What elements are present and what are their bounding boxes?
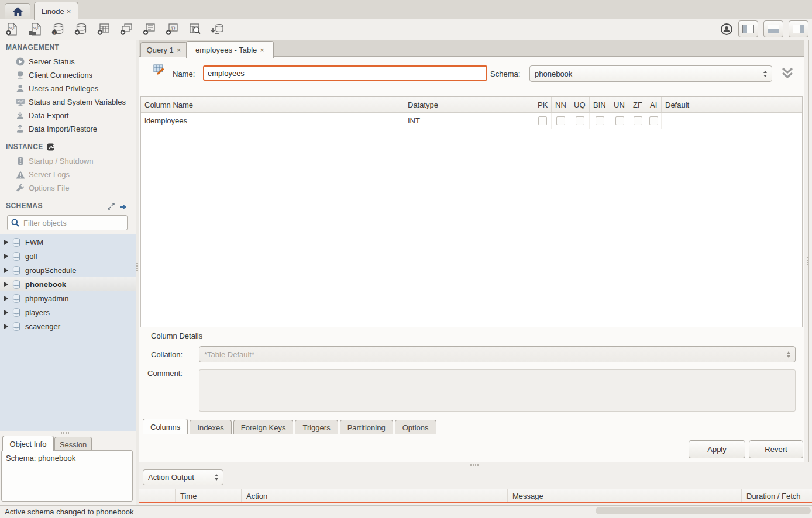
cell-uq[interactable] [570,113,590,129]
zf-checkbox[interactable] [634,116,642,125]
create-table-icon[interactable] [96,22,111,36]
expander-triangle-icon[interactable] [4,296,8,301]
table-name-input[interactable] [203,65,487,81]
close-icon[interactable]: × [67,8,71,15]
pk-checkbox[interactable] [538,116,547,125]
output-col-time[interactable]: Time [176,489,242,502]
schema-filter-input[interactable] [22,218,118,228]
sidebar-item-data-import[interactable]: Data Import/Restore [0,122,136,136]
subtab-partitioning[interactable]: Partitioning [340,420,393,434]
cell-column-name[interactable]: idemployees [141,113,404,129]
col-header-nn[interactable]: NN [552,97,570,112]
col-header-uq[interactable]: UQ [570,97,590,112]
subtab-triggers[interactable]: Triggers [295,420,338,434]
column-row-idemployees[interactable]: idemployees INT [141,113,802,129]
cell-nn[interactable] [552,113,570,129]
uq-checkbox[interactable] [576,116,584,125]
sidebar-item-options-file[interactable]: Options File [0,181,136,195]
sidebar-item-server-status[interactable]: Server Status [0,55,136,68]
schema-row-phpmyadmin[interactable]: phpmyadmin [0,291,136,305]
bin-checkbox[interactable] [596,116,604,125]
col-header-un[interactable]: UN [610,97,629,112]
expand-form-chevron-icon[interactable] [780,67,794,80]
splitter-grip[interactable] [807,257,808,265]
sidebar-panel-splitter[interactable] [61,432,70,434]
schema-row-golf[interactable]: golf [0,249,136,263]
expander-triangle-icon[interactable] [4,240,8,245]
subtab-foreign-keys[interactable]: Foreign Keys [233,420,294,434]
expand-schemas-icon[interactable] [108,203,115,210]
col-header-datatype[interactable]: Datatype [404,97,534,112]
open-sql-script-icon[interactable]: SQL [27,22,43,36]
subtab-columns[interactable]: Columns [143,419,188,434]
create-function-icon[interactable]: f() [164,22,180,36]
schema-row-fwm[interactable]: FWM [0,235,136,249]
output-selection-highlight [139,502,812,503]
col-header-default[interactable]: Default [662,97,802,112]
subtab-options[interactable]: Options [395,420,436,434]
output-type-select[interactable]: Action Output [143,469,223,485]
output-col-duration[interactable]: Duration / Fetch [742,489,812,502]
tab-query-1[interactable]: Query 1 × [140,42,187,57]
col-header-zf[interactable]: ZF [629,97,646,112]
subtab-indexes[interactable]: Indexes [190,420,232,434]
sidebar-item-data-export[interactable]: Data Export [0,109,136,122]
output-col-message[interactable]: Message [508,489,742,502]
cell-ai[interactable] [646,113,662,129]
expander-triangle-icon[interactable] [4,254,8,259]
ai-checkbox[interactable] [649,116,658,125]
col-header-ai[interactable]: AI [646,97,662,112]
col-header-bin[interactable]: BIN [590,97,610,112]
sidebar-item-users-privileges[interactable]: Users and Privileges [0,82,136,95]
expander-triangle-icon[interactable] [4,282,8,287]
sidebar-item-server-logs[interactable]: Server Logs [0,168,136,181]
cell-bin[interactable] [590,113,610,129]
create-routine-icon[interactable] [142,22,157,36]
close-icon[interactable]: × [260,46,264,54]
toggle-bottom-panel-icon[interactable] [763,20,783,37]
output-splitter-grip[interactable] [470,464,480,466]
tab-session[interactable]: Session [54,437,92,451]
expander-triangle-icon[interactable] [4,310,8,315]
output-col-action[interactable]: Action [242,489,508,502]
home-tab[interactable] [5,3,30,19]
new-sql-tab-icon[interactable]: SQL [5,22,20,36]
create-schema-icon[interactable] [73,22,88,36]
col-header-column-name[interactable]: Column Name [141,97,404,112]
close-icon[interactable]: × [177,46,181,54]
toggle-right-sidebar-icon[interactable] [789,20,808,37]
cell-un[interactable] [610,113,629,129]
create-view-icon[interactable] [119,22,134,36]
schema-row-players[interactable]: players [0,305,136,319]
cell-pk[interactable] [534,113,552,129]
sidebar-item-startup-shutdown[interactable]: Startup / Shutdown [0,154,136,168]
cell-default[interactable] [662,113,802,129]
cell-datatype[interactable]: INT [404,113,534,129]
apply-button[interactable]: Apply [689,440,745,458]
connection-tab-linode[interactable]: Linode × [34,2,78,20]
expander-triangle-icon[interactable] [4,324,8,329]
schema-filter[interactable] [7,215,128,230]
search-table-data-icon[interactable] [187,22,202,36]
tab-object-info[interactable]: Object Info [2,436,54,451]
nn-checkbox[interactable] [556,116,565,125]
horizontal-scrollbar-thumb[interactable] [596,507,811,514]
sidebar-item-status-system-variables[interactable]: Status and System Variables [0,95,136,109]
reconnect-dbms-icon[interactable] [210,22,225,36]
toggle-left-sidebar-icon[interactable] [738,20,758,37]
schema-row-phonebook-selected[interactable]: phonebook [0,277,136,291]
col-header-pk[interactable]: PK [534,97,552,112]
right-panel-rail[interactable] [804,40,812,462]
revert-button[interactable]: Revert [749,440,803,458]
schema-inspector-icon[interactable]: i [50,22,66,36]
sidebar-item-client-connections[interactable]: Client Connections [0,68,136,82]
refresh-schemas-icon[interactable] [119,203,127,210]
un-checkbox[interactable] [615,116,624,125]
schema-row-groupschedule[interactable]: groupSchedule [0,263,136,277]
splitter-grip[interactable] [136,263,138,271]
tab-employees-table[interactable]: employees - Table × [186,41,274,58]
cell-zf[interactable] [629,113,646,129]
schema-select[interactable]: phonebook [529,65,772,82]
schema-row-scavenger[interactable]: scavenger [0,319,136,333]
expander-triangle-icon[interactable] [4,268,8,273]
